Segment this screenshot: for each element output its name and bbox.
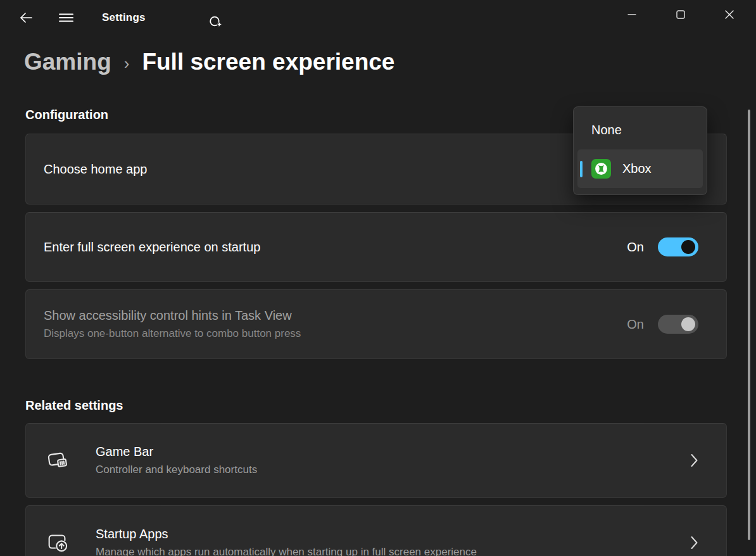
dropdown-item-label: None (591, 123, 622, 137)
dropdown-item-label: Xbox (622, 161, 652, 176)
home-app-dropdown-flyout: None Xbox (573, 106, 707, 195)
maximize-icon (676, 10, 685, 19)
accessibility-hints-toggle-disabled (658, 315, 698, 334)
back-button[interactable] (15, 7, 37, 28)
page-title: Full screen experience (142, 49, 394, 75)
choose-home-app-label: Choose home app (44, 162, 147, 177)
startup-apps-title: Startup Apps (96, 527, 690, 541)
game-bar-texts: Game Bar Controller and keyboard shortcu… (96, 445, 690, 476)
dropdown-item-none[interactable]: None (577, 111, 703, 149)
chevron-right-icon (690, 453, 698, 468)
section-heading-related-settings: Related settings (25, 398, 727, 413)
minimize-button[interactable] (617, 0, 646, 29)
game-bar-subtitle: Controller and keyboard shortcuts (96, 464, 690, 476)
accessibility-hints-texts: Show accessibility control hints in Task… (44, 308, 627, 340)
nav-row-game-bar[interactable]: Game Bar Controller and keyboard shortcu… (25, 423, 727, 498)
toggle-state-label: On (627, 317, 644, 332)
search-sparkle-icon (208, 15, 224, 31)
nav-row-startup-apps[interactable]: Startup Apps Manage which apps run autom… (25, 505, 727, 556)
minimize-icon (627, 10, 636, 19)
accessibility-hints-description: Displays one-button alternative to combo… (44, 327, 627, 340)
breadcrumb-separator-icon: › (124, 54, 130, 73)
accessibility-hints-toggle-group: On (627, 315, 698, 334)
startup-apps-subtitle: Manage which apps run automatically when… (96, 546, 690, 556)
breadcrumb-gaming[interactable]: Gaming (24, 49, 111, 75)
startup-apps-texts: Startup Apps Manage which apps run autom… (96, 527, 690, 556)
hamburger-menu-icon (58, 10, 74, 25)
accessibility-hints-label: Show accessibility control hints in Task… (44, 308, 627, 323)
fullscreen-startup-toggle-group: On (627, 237, 698, 256)
game-bar-title: Game Bar (96, 445, 690, 459)
xbox-app-icon (591, 159, 611, 179)
toggle-state-label: On (627, 240, 644, 255)
window-controls (598, 0, 744, 29)
toggle-knob (681, 317, 695, 331)
chevron-right-icon (690, 535, 698, 550)
selected-accent-pill (580, 161, 583, 177)
fullscreen-startup-toggle[interactable] (658, 237, 698, 256)
app-title: Settings (102, 11, 146, 24)
vertical-scrollbar-thumb[interactable] (748, 110, 750, 540)
close-button[interactable] (715, 0, 744, 29)
toggle-knob (681, 240, 695, 254)
game-bar-icon (45, 447, 70, 474)
setting-row-fullscreen-startup: Enter full screen experience on startup … (25, 212, 727, 282)
navigation-menu-button[interactable] (55, 7, 77, 28)
close-icon (725, 10, 734, 19)
startup-apps-icon (45, 529, 70, 556)
titlebar: Settings (0, 0, 756, 35)
setting-row-accessibility-hints: Show accessibility control hints in Task… (25, 289, 727, 359)
back-arrow-icon (18, 10, 34, 25)
dropdown-item-xbox[interactable]: Xbox (577, 149, 703, 188)
breadcrumb: Gaming › Full screen experience (0, 44, 756, 80)
fullscreen-startup-label: Enter full screen experience on startup (44, 240, 627, 255)
maximize-button[interactable] (666, 0, 695, 29)
search-copilot-button[interactable] (205, 12, 227, 34)
